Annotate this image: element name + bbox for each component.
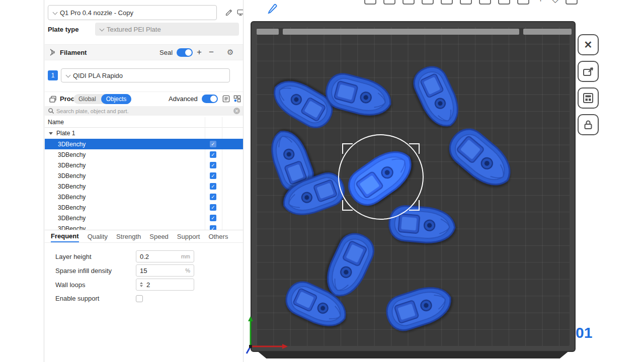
- tree-plate-item[interactable]: Plate 1: [45, 128, 243, 139]
- tab-others[interactable]: Others: [208, 230, 228, 242]
- advanced-label: Advanced: [169, 95, 198, 103]
- tab-speed[interactable]: Speed: [149, 230, 169, 242]
- auto-orient-button[interactable]: [578, 61, 599, 82]
- process-section-header: Process Global Objects Advanced: [45, 92, 243, 106]
- lock-icon: [583, 119, 594, 130]
- filament-select[interactable]: QIDI PLA Rapido: [61, 68, 230, 82]
- plate-item-label: Plate 1: [56, 130, 75, 137]
- plate-type-select[interactable]: Textured PEI Plate: [95, 23, 239, 36]
- group-icon: [233, 95, 242, 103]
- filament-title: Filament: [60, 49, 87, 56]
- tree-row[interactable]: 3DBenchy✓: [45, 181, 243, 192]
- plate-type-label: Plate type: [48, 23, 78, 36]
- toolbar-icon[interactable]: [383, 0, 395, 5]
- edit-plate-button[interactable]: [266, 2, 279, 17]
- seal-label: Seal: [159, 49, 173, 56]
- visibility-checkbox[interactable]: ✓: [210, 183, 216, 190]
- plus-icon[interactable]: ＋: [536, 0, 545, 5]
- visibility-checkbox[interactable]: ✓: [210, 215, 216, 221]
- left-gutter: [0, 0, 44, 362]
- search-placeholder: Search plate, object and part.: [56, 108, 233, 114]
- wall-loops-stepper[interactable]: 2: [136, 279, 194, 291]
- visibility-checkbox[interactable]: ✓: [210, 172, 216, 179]
- layer-height-value: 0.2: [140, 253, 181, 260]
- clear-search-icon[interactable]: ✕: [233, 108, 240, 114]
- visibility-checkbox[interactable]: ✓: [210, 151, 216, 158]
- tree-row[interactable]: 3DBenchy✓: [45, 213, 243, 223]
- param-layer-height: Layer height 0.2 mm: [55, 250, 236, 262]
- sparse-infill-label: Sparse infill density: [55, 267, 136, 275]
- pencil-icon: [266, 2, 279, 15]
- toolbar-icon[interactable]: [517, 0, 529, 5]
- viewport-side-toolbar: ✕: [578, 34, 599, 135]
- origin-axes: [244, 294, 299, 359]
- plate-top-strip: [257, 29, 572, 35]
- tab-support[interactable]: Support: [177, 230, 200, 242]
- tree-row[interactable]: 3DBenchy✓: [45, 149, 243, 160]
- filament-settings-gear-icon[interactable]: ⚙: [227, 48, 233, 57]
- object-label: 3DBenchy: [58, 141, 86, 148]
- param-wall-loops: Wall loops 2: [55, 279, 236, 291]
- object-label: 3DBenchy: [58, 225, 86, 230]
- toolbar-icon[interactable]: [498, 0, 510, 5]
- toolbar-icon[interactable]: [441, 0, 453, 5]
- tree-row[interactable]: 3DBenchy✓: [45, 160, 243, 170]
- printer-select[interactable]: Q1 Pro 0.4 nozzle - Copy: [48, 5, 217, 20]
- tab-quality[interactable]: Quality: [88, 230, 108, 242]
- tree-row[interactable]: 3DBenchy✓: [45, 192, 243, 202]
- seal-toggle[interactable]: [177, 48, 193, 57]
- filament-slot-number[interactable]: 1: [48, 70, 58, 80]
- visibility-checkbox[interactable]: ✓: [210, 204, 216, 211]
- visibility-checkbox[interactable]: ✓: [210, 194, 216, 200]
- remove-filament-button[interactable]: −: [207, 47, 216, 57]
- toolbar-icon[interactable]: [566, 0, 578, 5]
- search-bar[interactable]: Search plate, object and part. ✕: [45, 106, 243, 116]
- visibility-checkbox[interactable]: ✓: [210, 141, 216, 147]
- arrange-button[interactable]: [578, 87, 599, 109]
- list-icon: [222, 95, 230, 103]
- tree-row[interactable]: 3DBenchy✓: [45, 223, 243, 230]
- scope-objects-button[interactable]: Objects: [101, 94, 132, 104]
- expander-icon[interactable]: [49, 132, 53, 135]
- scope-global-button[interactable]: Global: [73, 96, 101, 103]
- left-sidebar: Q1 Pro 0.4 nozzle - Copy Plate type Text…: [45, 0, 243, 362]
- diamond-icon[interactable]: ◇: [552, 0, 558, 5]
- process-list-button[interactable]: [221, 94, 231, 104]
- process-group-button[interactable]: [232, 94, 242, 104]
- tree-name-header: Name: [45, 117, 243, 128]
- delete-object-button[interactable]: ✕: [578, 34, 599, 55]
- top-toolbar-cut: ＋ ◇: [364, 0, 578, 5]
- viewport-3d[interactable]: ＋ ◇: [243, 0, 644, 362]
- advanced-toggle[interactable]: [202, 95, 218, 103]
- tab-frequent[interactable]: Frequent: [51, 230, 79, 242]
- chevron-down-icon: [66, 72, 71, 77]
- visibility-checkbox[interactable]: ✓: [210, 225, 216, 230]
- layer-height-label: Layer height: [55, 253, 136, 260]
- object-label: 3DBenchy: [58, 162, 86, 169]
- auto-orient-icon: [582, 65, 594, 77]
- plate-number: 01: [576, 324, 592, 341]
- tree-row[interactable]: 3DBenchy✓: [45, 170, 243, 181]
- object-label: 3DBenchy: [58, 172, 86, 179]
- tree-row[interactable]: 3DBenchy✓: [45, 202, 243, 213]
- toolbar-icon[interactable]: [403, 0, 415, 5]
- stepper-arrows-icon[interactable]: [140, 282, 143, 287]
- process-icon: [49, 95, 57, 103]
- lock-button[interactable]: [578, 114, 599, 135]
- wall-loops-label: Wall loops: [55, 281, 136, 289]
- toolbar-icon[interactable]: [479, 0, 491, 5]
- chevron-down-icon: [53, 10, 58, 15]
- toolbar-icon[interactable]: [364, 0, 376, 5]
- toolbar-icon[interactable]: [460, 0, 472, 5]
- enable-support-checkbox[interactable]: [136, 295, 143, 302]
- tab-strength[interactable]: Strength: [116, 230, 141, 242]
- add-filament-button[interactable]: +: [195, 47, 204, 57]
- sparse-infill-input[interactable]: 15 %: [136, 264, 194, 277]
- layer-height-input[interactable]: 0.2 mm: [136, 250, 194, 262]
- visibility-checkbox[interactable]: ✓: [210, 162, 216, 168]
- app-window: Q1 Pro 0.4 nozzle - Copy Plate type Text…: [0, 0, 644, 362]
- tree-row[interactable]: 3DBenchy✓: [45, 139, 243, 149]
- toolbar-icon[interactable]: [422, 0, 434, 5]
- printer-name: Q1 Pro 0.4 nozzle - Copy: [60, 9, 133, 17]
- edit-printer-button[interactable]: [224, 8, 234, 18]
